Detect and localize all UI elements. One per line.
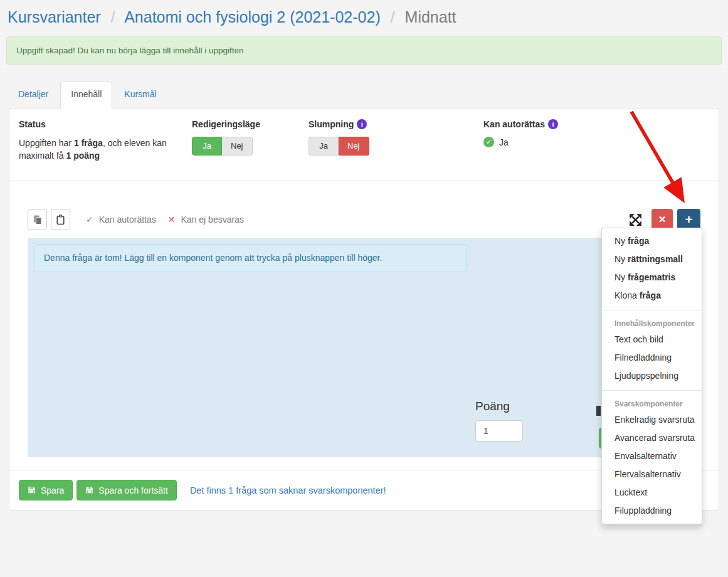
menu-item-enkelradig-svarsruta[interactable]: Enkelradig svarsruta	[602, 411, 702, 429]
editmode-toggle-no[interactable]: Nej	[222, 137, 253, 156]
status-max-points: 1 poäng	[66, 151, 100, 161]
question-toolbar: ✓ Kan autorättas ✕ Kan ej besvaras	[28, 209, 700, 230]
menu-header-svarskomponenter: Svarskomponenter	[602, 396, 702, 411]
paste-button[interactable]	[51, 209, 70, 230]
menu-item-ny-fragematris[interactable]: Ny frågematris	[602, 268, 702, 287]
menu-item-bold: rättningsmall	[628, 254, 683, 264]
info-icon[interactable]: i	[548, 119, 558, 129]
autocorrect-badge-label: Kan autorättas	[99, 214, 156, 225]
menu-item-lucktext[interactable]: Lucktext	[602, 484, 702, 502]
autocorrect-value: ✓ Ja	[483, 137, 709, 147]
menu-item-text: Klona	[615, 290, 640, 300]
menu-item-text-och-bild[interactable]: Text och bild	[602, 331, 702, 349]
menu-item-ljuduppspelning[interactable]: Ljuduppspelning	[602, 367, 702, 385]
menu-item-ny-rattningsmall[interactable]: Ny rättningsmall	[602, 250, 702, 268]
clipboard-icon	[56, 214, 65, 225]
status-text: Uppgiften har 1 fråga, och eleven kan ma…	[19, 137, 172, 162]
points-input[interactable]	[475, 420, 523, 442]
randomization-toggle-no[interactable]: Nej	[339, 137, 369, 156]
randomization-toggle-yes[interactable]: Ja	[309, 137, 339, 156]
tab-innehall[interactable]: Innehåll	[60, 82, 112, 109]
randomization-column: Slumpningi Ja Nej	[309, 119, 483, 181]
menu-item-text: Ny	[615, 272, 628, 282]
autocorrect-badge: ✓ Kan autorättas	[86, 214, 156, 225]
editmode-toggle: Ja Nej	[192, 137, 253, 156]
menu-divider	[602, 390, 702, 391]
status-text-part: Uppgiften har	[19, 138, 74, 148]
tab-bar: Detaljer Innehåll Kursmål	[8, 82, 720, 108]
save-button-label: Spara	[41, 485, 64, 495]
menu-item-text: Ny	[615, 236, 628, 246]
breadcrumb-separator: /	[391, 8, 395, 26]
add-component-button[interactable]: +	[677, 209, 700, 230]
success-alert-text: Uppgift skapad! Du kan nu börja lägga ti…	[16, 46, 244, 55]
empty-question-info-box: Denna fråga är tom! Lägg till en kompone…	[34, 244, 467, 272]
floppy-icon	[28, 486, 36, 494]
points-block: Poäng	[475, 400, 523, 442]
menu-item-filuppladdning[interactable]: Filuppladdning	[602, 502, 702, 520]
autocorrect-heading-text: Kan autorättas	[483, 119, 545, 129]
editmode-heading: Redigeringsläge	[192, 119, 309, 130]
obscured-label-fragment	[596, 406, 601, 416]
menu-item-bold: fråga	[628, 236, 649, 246]
copy-icon	[33, 214, 43, 225]
tab-detaljer[interactable]: Detaljer	[8, 82, 59, 108]
toolbar-right: ✕ +	[628, 209, 700, 230]
tab-kursmal[interactable]: Kursmål	[113, 82, 167, 108]
empty-question-region: Denna fråga är tom! Lägg till en kompone…	[28, 238, 700, 457]
expand-button[interactable]	[628, 212, 643, 228]
menu-item-avancerad-svarsruta[interactable]: Avancerad svarsruta	[602, 429, 702, 447]
save-continue-button-label: Spara och fortsätt	[98, 485, 168, 495]
autocorrect-heading: Kan autorättasi	[483, 119, 709, 130]
delete-question-button[interactable]: ✕	[652, 209, 673, 230]
check-icon: ✓	[86, 214, 93, 225]
status-row: Status Uppgiften har 1 fråga, och eleven…	[9, 109, 719, 181]
expand-arrows-icon	[628, 212, 643, 228]
breadcrumb-kursvarianter[interactable]: Kursvarianter	[8, 8, 101, 26]
breadcrumb-current-midnatt: Midnatt	[405, 8, 456, 26]
status-question-count: 1 fråga	[74, 138, 103, 148]
save-continue-button[interactable]: Spara och fortsätt	[76, 480, 177, 500]
menu-item-bold: frågematris	[628, 272, 675, 282]
check-circle-icon: ✓	[483, 137, 494, 147]
copy-button[interactable]	[28, 209, 47, 230]
editmode-column: Redigeringsläge Ja Nej	[192, 119, 309, 181]
autocorrect-column: Kan autorättasi ✓ Ja	[483, 119, 709, 181]
save-button[interactable]: Spara	[19, 480, 73, 500]
missing-components-warning: Det finns 1 fråga som saknar svarskompon…	[190, 485, 386, 495]
info-icon[interactable]: i	[357, 119, 367, 129]
unanswerable-badge: ✕ Kan ej besvaras	[168, 214, 244, 225]
floppy-icon	[85, 486, 93, 494]
menu-header-innehallskomponenter: Innehållskomponenter	[602, 315, 702, 331]
menu-item-ny-fraga[interactable]: Ny fråga	[602, 232, 702, 250]
menu-item-envalsalternativ[interactable]: Envalsalternativ	[602, 447, 702, 465]
autocorrect-value-text: Ja	[499, 137, 509, 147]
editmode-toggle-yes[interactable]: Ja	[192, 137, 222, 156]
menu-item-bold: fråga	[640, 290, 661, 300]
success-alert: Uppgift skapad! Du kan nu börja lägga ti…	[6, 36, 722, 65]
breadcrumb-separator: /	[111, 8, 115, 26]
points-label: Poäng	[475, 400, 523, 413]
status-column: Status Uppgiften har 1 fråga, och eleven…	[19, 119, 192, 181]
randomization-heading: Slumpningi	[309, 119, 483, 130]
menu-item-filnedladdning[interactable]: Filnedladdning	[602, 349, 702, 367]
status-heading: Status	[19, 119, 192, 130]
menu-item-klona-fraga[interactable]: Klona fråga	[602, 287, 702, 305]
breadcrumb: Kursvarianter / Anatomi och fysiologi 2 …	[0, 0, 728, 28]
menu-item-flervalsalternativ[interactable]: Flervalsalternativ	[602, 465, 702, 484]
breadcrumb-course[interactable]: Anatomi och fysiologi 2 (2021-02-02)	[124, 8, 381, 26]
menu-divider	[602, 310, 702, 310]
randomization-toggle: Ja Nej	[309, 137, 369, 156]
x-icon: ✕	[168, 214, 176, 225]
randomization-heading-text: Slumpning	[309, 119, 354, 129]
add-component-dropdown: Ny fråga Ny rättningsmall Ny frågematris…	[601, 228, 702, 524]
unanswerable-badge-label: Kan ej besvaras	[181, 214, 244, 225]
empty-question-info-text: Denna fråga är tom! Lägg till en kompone…	[44, 253, 382, 263]
menu-item-text: Ny	[615, 254, 628, 264]
